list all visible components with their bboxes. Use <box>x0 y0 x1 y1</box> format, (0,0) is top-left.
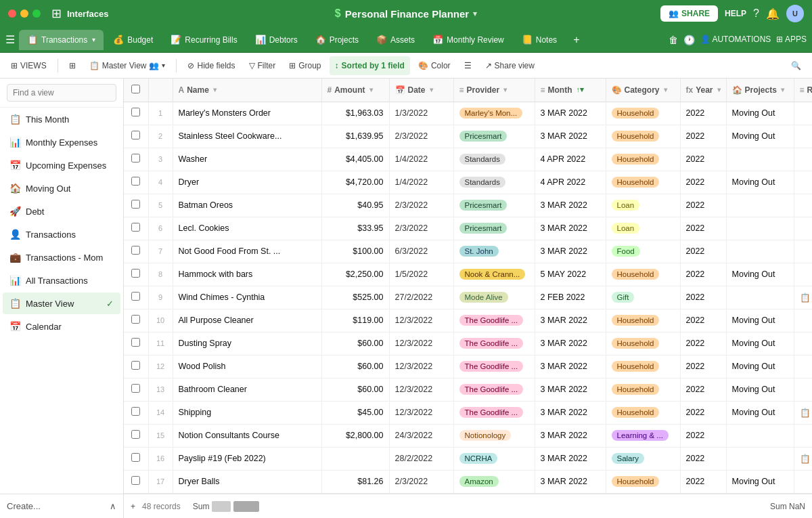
row-check-12[interactable] <box>124 355 148 378</box>
row-name-14[interactable]: Shipping <box>173 401 321 424</box>
bell-icon[interactable]: 🔔 <box>766 7 780 20</box>
row-check-18[interactable] <box>124 493 148 494</box>
row-check-15[interactable] <box>124 424 148 447</box>
hide-fields-button[interactable]: ⊘ Hide fields <box>182 56 240 75</box>
row-name-4[interactable]: Dryer <box>173 171 321 194</box>
row-name-3[interactable]: Washer <box>173 148 321 171</box>
title-dropdown-arrow[interactable]: ▾ <box>473 9 477 18</box>
master-view-button[interactable]: 📋 Master View 👥 ▾ <box>84 56 171 75</box>
row-height-button[interactable]: ☰ <box>459 56 477 75</box>
row-checkbox-9[interactable] <box>131 292 140 301</box>
sidebar-item-transactions-mom[interactable]: 💼 Transactions - Mom <box>3 246 120 268</box>
row-check-14[interactable] <box>124 401 148 424</box>
sidebar-item-moving-out[interactable]: 🏠 Moving Out <box>3 177 120 199</box>
row-name-13[interactable]: Bathroom Cleaner <box>173 378 321 401</box>
create-view-button[interactable]: Create... ∧ <box>0 494 123 518</box>
row-checkbox-10[interactable] <box>131 315 140 324</box>
row-checkbox-6[interactable] <box>131 223 140 232</box>
apps-button[interactable]: ⊞ APPS <box>776 35 807 45</box>
sidebar-item-calendar[interactable]: 📅 Calendar <box>3 316 120 337</box>
row-checkbox-1[interactable] <box>131 108 140 116</box>
search-button[interactable]: 🔍 <box>786 56 807 75</box>
sidebar-item-this-month[interactable]: 📋 This Month <box>3 108 120 130</box>
row-checkbox-7[interactable] <box>131 246 140 255</box>
col-header-year[interactable]: fx Year ▾ <box>680 79 726 102</box>
row-check-6[interactable] <box>124 217 148 240</box>
row-check-1[interactable] <box>124 102 148 125</box>
row-name-8[interactable]: Hammock with bars <box>173 263 321 286</box>
row-checkbox-11[interactable] <box>131 338 140 347</box>
row-name-11[interactable]: Dusting Spray <box>173 332 321 355</box>
color-button[interactable]: 🎨 Color <box>413 56 456 75</box>
sidebar-item-all-transactions[interactable]: 📊 All Transactions <box>3 269 120 291</box>
row-name-7[interactable]: Not Good Food From St. ... <box>173 240 321 263</box>
row-name-18[interactable]: Amazon Orders (Total) <box>173 493 321 494</box>
group-button[interactable]: ⊞ Group <box>284 56 326 75</box>
history-icon[interactable]: 🕐 <box>683 35 695 45</box>
row-name-6[interactable]: Lecl. Cookies <box>173 217 321 240</box>
col-header-amount[interactable]: # Amount ▾ <box>321 79 389 102</box>
filter-button[interactable]: ▽ Filter <box>244 56 281 75</box>
tab-monthly-review[interactable]: 📅 Monthly Review <box>424 30 512 50</box>
row-check-10[interactable] <box>124 309 148 332</box>
minimize-button[interactable] <box>20 9 28 18</box>
row-checkbox-12[interactable] <box>131 361 140 370</box>
add-tab-button[interactable]: + <box>569 34 583 46</box>
tab-debtors[interactable]: 📊 Debtors <box>247 30 306 50</box>
sidebar-item-master-view[interactable]: 📋 Master View ✓ <box>3 293 120 314</box>
col-header-projects[interactable]: 🏠 Projects ▾ <box>726 79 794 102</box>
row-check-16[interactable] <box>124 447 148 470</box>
share-button[interactable]: 👥 SHARE <box>660 5 718 22</box>
row-check-17[interactable] <box>124 470 148 493</box>
tab-notes[interactable]: 📒 Notes <box>514 30 565 50</box>
tab-projects[interactable]: 🏠 Projects <box>307 30 367 50</box>
row-check-9[interactable] <box>124 286 148 309</box>
row-checkbox-15[interactable] <box>131 430 140 439</box>
row-checkbox-5[interactable] <box>131 200 140 209</box>
search-input[interactable] <box>7 84 116 102</box>
row-check-3[interactable] <box>124 148 148 171</box>
row-name-5[interactable]: Batman Oreos <box>173 194 321 217</box>
table-view-icon[interactable]: ⊞ <box>64 56 81 75</box>
maximize-button[interactable] <box>32 9 41 18</box>
row-checkbox-17[interactable] <box>131 476 140 485</box>
row-checkbox-13[interactable] <box>131 384 140 393</box>
user-avatar[interactable]: U <box>786 5 804 22</box>
sidebar-item-debt[interactable]: 🚀 Debt <box>3 200 120 222</box>
row-check-11[interactable] <box>124 332 148 355</box>
table-wrap[interactable]: A Name ▾ # Amount ▾ <box>124 79 812 494</box>
row-name-10[interactable]: All Purpose Cleaner <box>173 309 321 332</box>
row-check-2[interactable] <box>124 125 148 148</box>
tab-assets[interactable]: 📦 Assets <box>368 30 423 50</box>
row-checkbox-2[interactable] <box>131 131 140 139</box>
col-header-date[interactable]: 📅 Date ▾ <box>389 79 453 102</box>
question-icon[interactable]: ? <box>753 7 759 20</box>
trash-icon[interactable]: 🗑 <box>669 35 678 45</box>
tab-recurring-bills[interactable]: 📝 Recurring Bills <box>162 30 245 50</box>
sidebar-item-transactions[interactable]: 👤 Transactions <box>3 223 120 245</box>
share-view-button[interactable]: ↗ Share view <box>480 56 540 75</box>
row-name-9[interactable]: Wind Chimes - Cynthia <box>173 286 321 309</box>
add-row-button[interactable]: + <box>131 502 135 511</box>
sidebar-item-monthly-expenses[interactable]: 📊 Monthly Expenses <box>3 131 120 153</box>
sort-button[interactable]: ↕ Sorted by 1 field <box>330 56 410 75</box>
select-all-checkbox[interactable] <box>131 85 140 93</box>
row-check-4[interactable] <box>124 171 148 194</box>
col-header-name[interactable]: A Name ▾ <box>173 79 321 102</box>
row-checkbox-8[interactable] <box>131 269 140 278</box>
row-checkbox-16[interactable] <box>131 453 140 462</box>
col-header-month[interactable]: ≡ Month ↑▾ <box>535 79 606 102</box>
col-header-check[interactable] <box>124 79 148 102</box>
close-button[interactable] <box>8 9 16 18</box>
row-name-12[interactable]: Wood Polish <box>173 355 321 378</box>
hamburger-icon[interactable]: ☰ <box>5 33 15 46</box>
row-check-8[interactable] <box>124 263 148 286</box>
row-check-7[interactable] <box>124 240 148 263</box>
row-name-2[interactable]: Stainless Steel Cookware... <box>173 125 321 148</box>
sidebar-item-upcoming-expenses[interactable]: 📅 Upcoming Expenses <box>3 154 120 176</box>
row-checkbox-3[interactable] <box>131 154 140 163</box>
col-header-provider[interactable]: ≡ Provider ▾ <box>453 79 535 102</box>
row-checkbox-4[interactable] <box>131 177 140 186</box>
row-name-15[interactable]: Notion Consultants Course <box>173 424 321 447</box>
tab-budget[interactable]: 💰 Budget <box>105 30 161 50</box>
